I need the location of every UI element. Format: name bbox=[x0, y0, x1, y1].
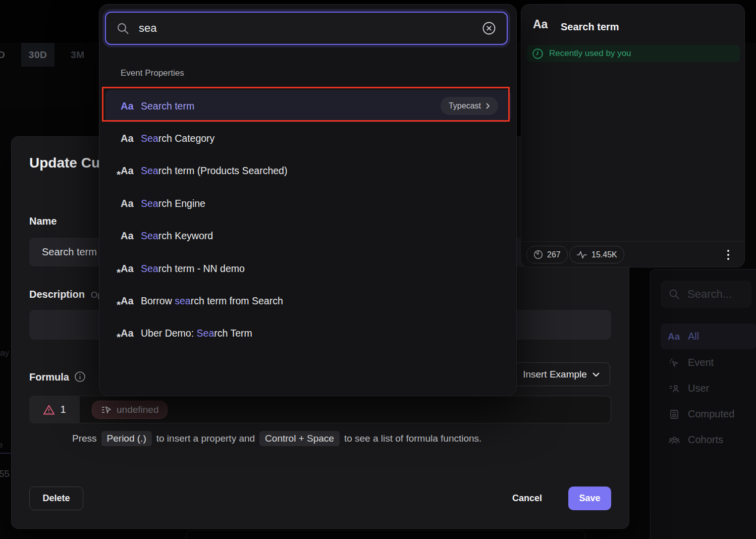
sidebar-item-label: User bbox=[688, 383, 709, 394]
sidebar-item-computed[interactable]: Computed bbox=[661, 401, 756, 427]
panel-divider bbox=[521, 241, 744, 242]
sidebar-item-label: Cohorts bbox=[688, 434, 723, 446]
property-detail-title: Search term bbox=[561, 21, 619, 33]
kbd-control-space: Control + Space bbox=[259, 431, 340, 446]
insert-example-label: Insert Example bbox=[523, 369, 587, 380]
time-range-tab-30d[interactable]: 30D bbox=[21, 43, 55, 67]
chart-axis-label-55: 55 bbox=[0, 468, 10, 479]
cardinality-stat-pill[interactable]: 267 bbox=[526, 246, 568, 263]
event-property-icon bbox=[101, 405, 112, 414]
section-header-event-properties: Event Properties bbox=[121, 68, 184, 78]
formula-label: Formula bbox=[29, 371, 86, 385]
aa-type-icon: Aa bbox=[668, 331, 681, 342]
sidebar-item-label: Computed bbox=[688, 408, 734, 420]
chevron-down-icon bbox=[592, 372, 600, 377]
undefined-property-chip[interactable]: undefined bbox=[92, 401, 168, 419]
formula-input[interactable]: undefined bbox=[80, 396, 611, 423]
aa-type-icon: Aa bbox=[121, 230, 141, 242]
time-range-tab-3m[interactable]: 3M bbox=[65, 43, 91, 67]
list-item-search-term-nn-demo[interactable]: Aa* Search term - NN demo bbox=[105, 252, 511, 285]
clock-icon bbox=[532, 48, 544, 60]
pie-chart-icon bbox=[533, 250, 543, 259]
undefined-chip-label: undefined bbox=[117, 404, 158, 415]
sidebar-search-input[interactable] bbox=[687, 288, 743, 301]
description-label-text: Description bbox=[29, 289, 85, 300]
sidebar-search-field[interactable] bbox=[661, 281, 751, 308]
list-item-search-category[interactable]: Aa Search Category bbox=[105, 122, 511, 154]
list-item-search-keyword[interactable]: Aa Search Keyword bbox=[105, 220, 511, 252]
list-item-borrow-search-term[interactable]: Aa* Borrow search term from Search bbox=[105, 285, 511, 317]
sidebar-item-label: All bbox=[688, 331, 699, 342]
list-item-search-term-products-searched[interactable]: Aa* Search term (Products Searched) bbox=[105, 155, 511, 187]
aa-type-icon: Aa bbox=[121, 100, 141, 112]
volume-stat-pill[interactable]: 15.45K bbox=[569, 246, 624, 263]
save-button[interactable]: Save bbox=[568, 487, 611, 510]
formula-label-text: Formula bbox=[29, 371, 69, 383]
typecast-button[interactable]: Typecast bbox=[441, 97, 498, 115]
help-text: to insert a property and bbox=[156, 433, 255, 444]
chart-axis-label-e: e bbox=[0, 440, 3, 450]
clear-search-button[interactable] bbox=[481, 21, 497, 36]
more-options-kebab-button[interactable] bbox=[721, 247, 736, 263]
typecast-label: Typecast bbox=[449, 101, 481, 111]
aa-type-icon: Aa bbox=[533, 18, 548, 31]
aa-custom-type-icon: Aa* bbox=[121, 328, 141, 339]
recently-used-label: Recently used by you bbox=[549, 48, 631, 59]
aa-type-icon: Aa bbox=[121, 133, 141, 144]
search-icon bbox=[668, 288, 681, 300]
activity-pulse-icon bbox=[576, 251, 587, 259]
help-text: Press bbox=[72, 433, 97, 444]
recently-used-badge: Recently used by you bbox=[527, 45, 740, 62]
kbd-period: Period (.) bbox=[101, 431, 152, 446]
error-count: 1 bbox=[60, 404, 66, 415]
property-result-list: Aa Search term Typecast Aa Search Catego… bbox=[105, 90, 511, 350]
app-root: D 30D 3M May e 55 Aa All Event User bbox=[0, 0, 756, 539]
sidebar-item-label: Event bbox=[688, 357, 714, 368]
search-icon bbox=[116, 22, 130, 35]
list-item-search-engine[interactable]: Aa Search Engine bbox=[105, 187, 511, 220]
aa-custom-type-icon: Aa* bbox=[121, 295, 141, 307]
property-search-field[interactable] bbox=[105, 12, 508, 45]
chevron-right-icon bbox=[485, 102, 490, 110]
formula-editor-row: 1 undefined bbox=[29, 396, 611, 423]
user-icon bbox=[668, 383, 681, 394]
volume-value: 15.45K bbox=[591, 250, 617, 259]
insert-example-button[interactable]: Insert Example bbox=[513, 362, 610, 386]
sidebar-item-all[interactable]: Aa All bbox=[661, 324, 756, 349]
list-item-uber-demo-search-term[interactable]: Aa* Uber Demo: Search Term bbox=[105, 317, 511, 350]
property-search-input[interactable] bbox=[139, 22, 472, 35]
name-label: Name bbox=[29, 215, 57, 227]
list-item-search-term[interactable]: Aa Search term Typecast bbox=[105, 90, 511, 122]
close-icon bbox=[481, 21, 497, 36]
custom-property-star: * bbox=[117, 299, 121, 311]
custom-property-star: * bbox=[117, 169, 121, 181]
custom-property-star: * bbox=[117, 266, 121, 279]
info-icon[interactable] bbox=[74, 371, 86, 385]
warning-icon bbox=[43, 404, 55, 415]
delete-button[interactable]: Delete bbox=[29, 487, 83, 510]
formula-help-text: Press Period (.) to insert a property an… bbox=[72, 431, 577, 446]
property-detail-panel: Aa Search term Recently used by you 267 … bbox=[521, 4, 745, 267]
sidebar-item-user[interactable]: User bbox=[661, 375, 756, 401]
custom-property-star: * bbox=[117, 331, 121, 343]
help-text: to see a list of formula functions. bbox=[344, 433, 481, 444]
aa-custom-type-icon: Aa* bbox=[121, 165, 141, 177]
formula-error-counter: 1 bbox=[29, 396, 80, 423]
cancel-button[interactable]: Cancel bbox=[501, 487, 554, 510]
event-cursor-icon bbox=[668, 357, 681, 368]
sidebar-item-event[interactable]: Event bbox=[661, 350, 756, 375]
chart-axis-label-may: May bbox=[0, 348, 9, 358]
sidebar-item-cohorts[interactable]: Cohorts bbox=[661, 427, 756, 453]
cohorts-group-icon bbox=[668, 435, 681, 446]
cardinality-value: 267 bbox=[547, 250, 561, 259]
time-range-tab-7d[interactable]: D bbox=[0, 43, 11, 67]
property-search-dropdown: Event Properties Aa Search term Typecast… bbox=[99, 4, 517, 396]
calculator-icon bbox=[668, 409, 681, 420]
aa-type-icon: Aa bbox=[121, 198, 141, 209]
property-filter-sidebar: Aa All Event User Computed Cohorts bbox=[650, 269, 756, 539]
background-panel-outline bbox=[186, 530, 585, 539]
aa-custom-type-icon: Aa* bbox=[121, 263, 141, 275]
modal-title: Update Cu bbox=[29, 155, 100, 171]
